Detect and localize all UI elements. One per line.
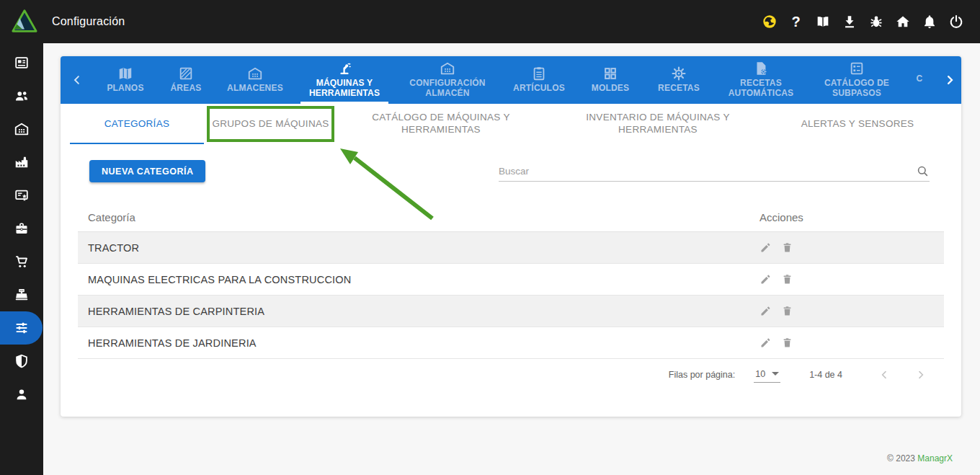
sidebar-item-profile[interactable] [0, 378, 43, 411]
table-row[interactable]: MAQUINAS ELECTRICAS PARA LA CONSTRUCCION [78, 264, 944, 296]
column-header-categoria: Categoría [78, 211, 760, 223]
sidebar-item-factory[interactable] [0, 146, 43, 179]
language-icon[interactable] [761, 14, 778, 30]
delete-icon[interactable] [781, 337, 793, 349]
download-icon[interactable] [841, 14, 858, 30]
settings-icon [14, 320, 30, 336]
topbar-actions: ? [761, 14, 980, 30]
sidebar-item-users[interactable] [0, 79, 43, 112]
rows-per-page-select[interactable]: 10 [754, 368, 780, 383]
sidebar-item-news[interactable] [0, 46, 43, 79]
warehouse-icon [247, 66, 263, 81]
security-icon [14, 353, 30, 369]
delete-icon[interactable] [781, 305, 793, 317]
sidebar-item-warehouse[interactable] [0, 112, 43, 146]
sidebar-item-settings[interactable] [0, 311, 43, 345]
tab-recetas[interactable]: RECETAS [644, 56, 713, 104]
row-actions [760, 337, 793, 349]
pagination-range: 1-4 de 4 [809, 370, 842, 380]
tab-moldes[interactable]: MOLDES [576, 56, 644, 104]
sidebar-item-register[interactable] [0, 278, 43, 311]
home-icon[interactable] [894, 14, 911, 30]
map-icon [117, 66, 133, 81]
topbar: Configuración ? [0, 0, 980, 43]
table-row[interactable]: HERRAMIENTAS DE JARDINERIA [78, 327, 944, 359]
tab-planos[interactable]: PLANOS [94, 56, 157, 104]
tab-articulos[interactable]: ARTÍCULOS [502, 56, 576, 104]
new-category-button[interactable]: NUEVA CATEGORÍA [89, 160, 205, 182]
tab-areas[interactable]: ÁREAS [157, 56, 215, 104]
tab-almacenes[interactable]: ALMACENES [215, 56, 295, 104]
search-input[interactable] [499, 166, 916, 177]
table-body: TRACTOR MAQUINAS ELECTRICAS PARA LA CONS… [78, 232, 944, 359]
subtab-catalogo-maquinas[interactable]: CATÁLOGO DE MÁQUINAS Y HERRAMIENTAS [342, 104, 540, 144]
users-icon [14, 88, 30, 104]
robot-arm-icon [337, 61, 352, 76]
sidebar [0, 43, 43, 475]
register-icon [14, 287, 30, 303]
row-actions [760, 241, 793, 254]
sidebar-item-security[interactable] [0, 345, 43, 378]
subtab-grupos-de-maquinas[interactable]: GRUPOS DE MÁQUINAS [207, 104, 334, 144]
edit-icon[interactable] [760, 241, 772, 254]
gear-icon [671, 66, 687, 81]
cart-icon [14, 254, 30, 270]
sidebar-item-cart[interactable] [0, 245, 43, 278]
delete-icon[interactable] [781, 273, 793, 285]
category-cell: MAQUINAS ELECTRICAS PARA LA CONSTRUCCION [78, 274, 760, 285]
settings-card: PLANOS ÁREAS ALMACENES MÁQUINAS Y HERRAM… [61, 56, 961, 417]
file-gear-icon [753, 61, 769, 76]
caret-down-icon [772, 372, 779, 376]
list-card-icon [849, 61, 865, 76]
news-icon [14, 55, 30, 71]
factory-icon [14, 154, 30, 170]
page-title: Configuración [52, 15, 125, 28]
table-row[interactable]: HERRAMIENTAS DE CARPINTERIA [78, 296, 944, 327]
row-actions [760, 305, 793, 317]
help-icon[interactable]: ? [788, 14, 804, 30]
edit-icon[interactable] [760, 273, 772, 285]
tabs-scroll-left-button[interactable] [61, 56, 94, 104]
main-content: PLANOS ÁREAS ALMACENES MÁQUINAS Y HERRAM… [43, 43, 980, 475]
category-cell: HERRAMIENTAS DE JARDINERIA [78, 337, 760, 349]
search-icon[interactable] [916, 164, 930, 178]
brand-link[interactable]: ManagrX [917, 453, 953, 463]
notifications-icon[interactable] [921, 14, 937, 30]
sub-tabbar: CATEGORÍAS GRUPOS DE MÁQUINAS CATÁLOGO D… [61, 104, 961, 144]
module-tabbar: PLANOS ÁREAS ALMACENES MÁQUINAS Y HERRAM… [61, 56, 961, 104]
edit-icon[interactable] [760, 305, 772, 317]
column-header-acciones: Acciones [760, 211, 803, 223]
tab-truncated[interactable]: C [905, 56, 934, 104]
bug-report-icon[interactable] [868, 14, 884, 30]
sidebar-item-briefcase[interactable] [0, 212, 43, 245]
rows-per-page-label: Filas por página: [669, 370, 735, 380]
subtab-categorias[interactable]: CATEGORÍAS [70, 104, 204, 144]
edit-icon[interactable] [760, 337, 772, 349]
table-row[interactable]: TRACTOR [78, 232, 944, 264]
tab-recetas-automaticas[interactable]: RECETAS AUTOMÁTICAS [713, 56, 808, 104]
certificate-icon [14, 187, 30, 203]
table-header: Categoría Acciones [78, 203, 944, 232]
sidebar-item-certificates[interactable] [0, 179, 43, 212]
tab-maquinas-herramientas[interactable]: MÁQUINAS Y HERRAMIENTAS [295, 56, 393, 104]
delete-icon[interactable] [781, 241, 793, 254]
warehouse-icon [440, 61, 455, 76]
manual-icon[interactable] [814, 14, 831, 30]
previous-page-button[interactable] [876, 366, 893, 383]
warehouse-icon [14, 121, 30, 137]
subtab-alertas-sensores[interactable]: ALERTAS Y SENSORES [771, 104, 944, 144]
row-actions [760, 273, 793, 285]
tabs-scroll-right-button[interactable] [934, 56, 961, 104]
category-cell: TRACTOR [78, 242, 760, 254]
subtab-inventario-maquinas[interactable]: INVENTARIO DE MÁQUINAS Y HERRAMIENTAS [558, 104, 758, 144]
tab-catalogo-subpasos[interactable]: CATÁLOGO DE SUBPASOS [808, 56, 905, 104]
grid-icon [602, 66, 618, 81]
category-cell: HERRAMIENTAS DE CARPINTERIA [78, 306, 760, 317]
search-field [499, 161, 930, 182]
tab-configuracion-almacen[interactable]: CONFIGURACIÓN ALMACÉN [393, 56, 502, 104]
profile-icon [14, 386, 30, 402]
clipboard-icon [531, 66, 547, 81]
app-logo[interactable] [11, 8, 38, 35]
next-page-button[interactable] [912, 366, 930, 383]
power-icon[interactable] [948, 14, 964, 30]
